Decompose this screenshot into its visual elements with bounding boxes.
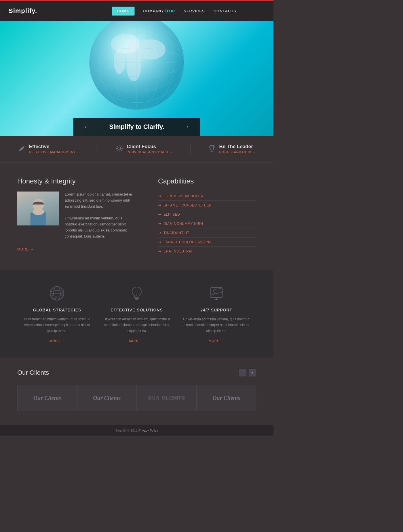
clients-title: Our Clients — [17, 369, 49, 376]
cap-arrow-6: ➜ — [158, 249, 161, 253]
client-logo-text-3: Our Clients — [212, 395, 240, 401]
bulb-service-icon — [103, 285, 171, 302]
cap-item-2: ➜ ELIT SED — [158, 210, 256, 219]
trophy-icon — [208, 144, 216, 154]
feature-effective: Effective EFFECTIVE MANAGEMENT → — [0, 144, 98, 154]
profile-image — [17, 192, 59, 225]
cap-link-1[interactable]: SIT AMET CONSECTETUER — [164, 203, 212, 207]
hero-section: ‹ Simplify to Clarify. › — [0, 21, 273, 136]
nav-home[interactable]: HOME — [112, 7, 135, 16]
feature-clientfocus: Client Focus INDIVIDUAL APPROACH → — [98, 144, 191, 154]
honesty-section: Honesty & Integrity Lorem ipsum dolor si… — [17, 177, 135, 256]
cap-arrow-0: ➜ — [158, 194, 161, 198]
feature-leader-sub[interactable]: HIGH STANDARDS → — [219, 150, 256, 154]
cap-link-3[interactable]: DIAM NONUMMY NIBH — [164, 222, 203, 226]
feature-clientfocus-text: Client Focus INDIVIDUAL APPROACH → — [127, 144, 173, 154]
cap-arrow-4: ➜ — [158, 231, 161, 235]
nav-services[interactable]: SERVICES — [184, 9, 205, 13]
clients-header: Our Clients - + — [17, 369, 256, 376]
client-logo-2: OUR CLIENTS — [137, 385, 197, 411]
privacy-policy-link[interactable]: Privacy Policy — [138, 429, 158, 432]
service-solutions: EFFECTIVE SOLUTIONS Ut wisienim ad minim… — [97, 285, 177, 343]
cap-link-5[interactable]: LAOREET DOLORE MAGNA — [164, 240, 212, 244]
client-logo-3: Our Clients — [197, 385, 256, 411]
nav-company[interactable]: COMPANY true — [143, 8, 175, 14]
globe-service-icon — [23, 285, 91, 302]
cap-item-6: ➜ ERAT VOLUTPAT — [158, 247, 256, 256]
service-solutions-desc: Ut wisienim ad minim veniam, quis nostru… — [103, 316, 171, 334]
cap-arrow-2: ➜ — [158, 212, 161, 217]
clients-section: Our Clients - + Our Clients Our Clients … — [0, 357, 273, 425]
client-logo-text-1: Our Clients — [93, 395, 121, 401]
leaf-icon — [18, 144, 26, 154]
navigation: HOME COMPANY true SERVICES CONTACTS — [112, 7, 237, 16]
service-global-title: GLOBAL STRATEGIES — [23, 308, 91, 312]
globe-container — [82, 21, 191, 118]
nav-company-plus: true — [165, 8, 175, 14]
service-solutions-more[interactable]: MORE → — [129, 339, 144, 342]
gear-icon — [115, 144, 123, 154]
capabilities-list: ➜ LOREM IPSUM DOLOR ➜ SIT AMET CONSECTET… — [158, 192, 256, 256]
feature-effective-title: Effective — [29, 144, 80, 150]
cap-item-4: ➜ TINCIDUNT UT — [158, 228, 256, 238]
services-section: GLOBAL STRATEGIES Ut wisienim ad minim v… — [0, 270, 273, 357]
features-bar: Effective EFFECTIVE MANAGEMENT → Client … — [0, 136, 273, 163]
service-support-more[interactable]: MORE → — [209, 339, 224, 342]
nav-contacts[interactable]: CONTACTS — [214, 9, 236, 13]
clients-nav: - + — [239, 369, 256, 376]
profile-area: Lorem ipsum dolor sit amet, consectet er… — [17, 192, 135, 239]
service-global-more[interactable]: MORE → — [50, 339, 65, 342]
clients-prev-button[interactable]: - — [239, 369, 246, 376]
feature-clientfocus-sub[interactable]: INDIVIDUAL APPROACH → — [127, 150, 173, 154]
service-support: 24/7 SUPPORT Ut wisienim ad minim veniam… — [176, 285, 256, 343]
feature-effective-text: Effective EFFECTIVE MANAGEMENT → — [29, 144, 80, 154]
clients-grid: Our Clients Our Clients OUR CLIENTS Our … — [17, 385, 256, 411]
honesty-more-link[interactable]: MORE → — [17, 247, 34, 251]
cap-arrow-5: ➜ — [158, 240, 161, 244]
header: Simplify. HOME COMPANY true SERVICES CON… — [0, 1, 273, 21]
cap-item-1: ➜ SIT AMET CONSECTETUER — [158, 201, 256, 210]
logo[interactable]: Simplify. — [9, 7, 37, 15]
client-logo-text-0: Our Clients — [33, 395, 61, 401]
cap-arrow-1: ➜ — [158, 203, 161, 207]
clients-next-button[interactable]: + — [249, 369, 256, 376]
svg-point-13 — [111, 34, 140, 54]
cap-item-3: ➜ DIAM NONUMMY NIBH — [158, 219, 256, 228]
feature-leader-text: Be The Leader HIGH STANDARDS → — [219, 144, 256, 154]
svg-point-19 — [33, 209, 44, 215]
capabilities-title: Capabilities — [158, 177, 256, 185]
feature-leader-title: Be The Leader — [219, 144, 256, 150]
svg-point-14 — [118, 147, 121, 150]
feature-clientfocus-title: Client Focus — [127, 144, 173, 150]
service-global: GLOBAL STRATEGIES Ut wisienim ad minim v… — [17, 285, 97, 343]
svg-point-4 — [137, 39, 166, 60]
cap-link-0[interactable]: LOREM IPSUM DOLOR — [164, 194, 204, 198]
cap-link-2[interactable]: ELIT SED — [164, 213, 180, 217]
service-support-desc: Ut wisienim ad minim veniam, quis nostru… — [182, 316, 250, 334]
service-global-desc: Ut wisienim ad minim veniam, quis nostru… — [23, 316, 91, 334]
hero-caption: ‹ Simplify to Clarify. › — [73, 118, 200, 136]
client-logo-0: Our Clients — [17, 385, 77, 411]
footer-text: Simplify © 2012 — [115, 429, 138, 432]
footer: Simplify © 2012 Privacy Policy — [0, 425, 273, 436]
cap-link-6[interactable]: ERAT VOLUTPAT — [164, 249, 193, 253]
edit-service-icon — [182, 285, 250, 302]
honesty-title: Honesty & Integrity — [17, 177, 135, 185]
capabilities-section: Capabilities ➜ LOREM IPSUM DOLOR ➜ SIT A… — [158, 177, 256, 256]
main-content: Honesty & Integrity Lorem ipsum dolor si… — [0, 163, 273, 270]
feature-leader: Be The Leader HIGH STANDARDS → — [191, 144, 273, 154]
profile-text: Lorem ipsum dolor sit amet, consectet er… — [65, 192, 135, 239]
cap-item-0: ➜ LOREM IPSUM DOLOR — [158, 192, 256, 201]
service-solutions-title: EFFECTIVE SOLUTIONS — [103, 308, 171, 312]
service-support-title: 24/7 SUPPORT — [182, 308, 250, 312]
feature-effective-sub[interactable]: EFFECTIVE MANAGEMENT → — [29, 150, 80, 154]
cap-arrow-3: ➜ — [158, 221, 161, 226]
cap-link-4[interactable]: TINCIDUNT UT — [164, 231, 189, 235]
client-logo-text-2: OUR CLIENTS — [148, 395, 185, 401]
hero-tagline: Simplify to Clarify. — [87, 123, 187, 131]
cap-item-5: ➜ LAOREET DOLORE MAGNA — [158, 238, 256, 247]
client-logo-1: Our Clients — [77, 385, 137, 411]
hero-next-arrow[interactable]: › — [187, 124, 189, 130]
